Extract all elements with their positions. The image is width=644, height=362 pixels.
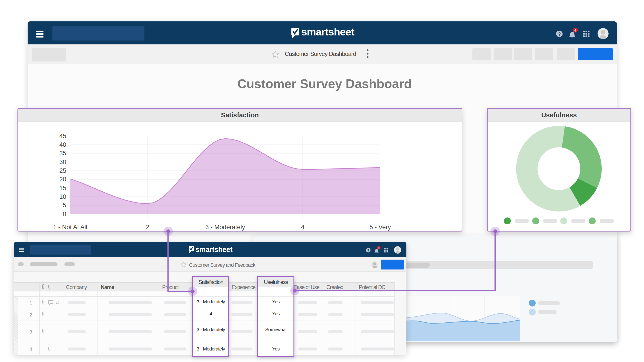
svg-text:4: 4 [301,224,304,231]
svg-text:20: 20 [59,176,66,183]
svg-text:30: 30 [59,159,66,165]
svg-text:0: 0 [63,211,66,217]
svg-text:5 - Very: 5 - Very [370,224,391,231]
svg-text:3 - Moderately: 3 - Moderately [206,224,245,231]
svg-text:25: 25 [59,167,66,174]
svg-text:1 - Not At All: 1 - Not At All [53,224,88,231]
svg-text:40: 40 [59,141,66,148]
svg-text:2: 2 [146,224,149,231]
svg-text:5: 5 [63,202,66,209]
svg-text:15: 15 [59,185,66,191]
svg-text:35: 35 [59,150,66,157]
svg-text:10: 10 [59,193,66,200]
svg-text:4: 4 [378,246,380,249]
svg-text:4: 4 [574,28,576,32]
svg-text:45: 45 [59,133,66,139]
